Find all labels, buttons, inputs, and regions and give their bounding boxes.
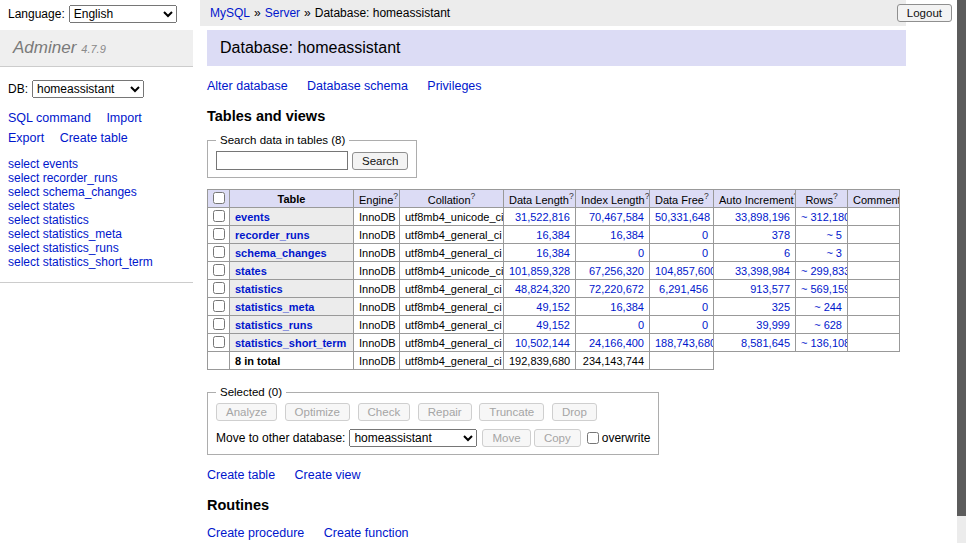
data-length-link[interactable]: 49,152 <box>536 319 570 331</box>
rows-link[interactable]: ~ 136,108 <box>801 337 848 349</box>
sidebar-table-link[interactable]: select events <box>8 158 185 171</box>
selected-action-button[interactable]: Drop <box>552 403 597 421</box>
copy-button[interactable]: Copy <box>534 429 581 447</box>
routine-link[interactable]: Create function <box>324 526 409 540</box>
sidebar-table-link[interactable]: select statistics_meta <box>8 228 185 241</box>
index-length-link[interactable]: 70,467,584 <box>589 211 644 223</box>
database-select[interactable]: homeassistant <box>32 80 144 98</box>
index-length-link[interactable]: 67,256,320 <box>589 265 644 277</box>
db-action-link[interactable]: Alter database <box>207 79 288 93</box>
table-name-link[interactable]: events <box>235 211 270 223</box>
selected-action-button[interactable]: Repair <box>418 403 472 421</box>
help-icon[interactable]: ? <box>704 191 709 201</box>
create-link[interactable]: Create table <box>207 468 275 482</box>
table-name-link[interactable]: states <box>235 265 267 277</box>
data-length-link[interactable]: 16,384 <box>536 247 570 259</box>
auto-increment-link[interactable]: 8,581,645 <box>741 337 790 349</box>
auto-increment-link[interactable]: 33,398,984 <box>735 265 790 277</box>
help-icon[interactable]: ? <box>471 191 476 201</box>
selected-action-button[interactable]: Analyze <box>216 403 277 421</box>
rows-link[interactable]: ~ 312,180 <box>801 211 848 223</box>
language-select[interactable]: English <box>69 5 177 23</box>
data-length-link[interactable]: 31,522,816 <box>515 211 570 223</box>
logout-button[interactable]: Logout <box>897 4 952 22</box>
table-name-link[interactable]: schema_changes <box>235 247 327 259</box>
data-free-link[interactable]: 0 <box>702 301 708 313</box>
row-checkbox[interactable] <box>213 282 225 294</box>
table-name-link[interactable]: recorder_runs <box>235 229 310 241</box>
auto-increment-link[interactable]: 325 <box>772 301 790 313</box>
help-icon[interactable]: ? <box>833 191 838 201</box>
rows-link[interactable]: ~ 5 <box>826 229 842 241</box>
sidebar-table-link[interactable]: select recorder_runs <box>8 172 185 185</box>
help-icon[interactable]: ? <box>645 191 650 201</box>
row-checkbox[interactable] <box>213 246 225 258</box>
auto-increment-link[interactable]: 913,577 <box>750 283 790 295</box>
auto-increment-link[interactable]: 33,898,196 <box>735 211 790 223</box>
breadcrumb-mysql-link[interactable]: MySQL <box>210 6 250 20</box>
table-name-link[interactable]: statistics_runs <box>235 319 313 331</box>
breadcrumb-server-link[interactable]: Server <box>265 6 300 20</box>
data-length-link[interactable]: 10,502,144 <box>515 337 570 349</box>
row-checkbox[interactable] <box>213 300 225 312</box>
rows-link[interactable]: ~ 299,833 <box>801 265 848 277</box>
data-free-link[interactable]: 0 <box>702 319 708 331</box>
table-name-link[interactable]: statistics_meta <box>235 301 315 313</box>
sidebar-action-link[interactable]: Export <box>8 131 44 145</box>
move-button[interactable]: Move <box>482 429 530 447</box>
rows-link[interactable]: ~ 3 <box>826 247 842 259</box>
sidebar-action-link[interactable]: Create table <box>60 131 128 145</box>
scrollbar-thumb[interactable] <box>957 0 966 516</box>
select-all-checkbox[interactable] <box>213 192 225 204</box>
rows-link[interactable]: ~ 569,159 <box>801 283 848 295</box>
data-free-link[interactable]: 0 <box>702 229 708 241</box>
db-action-link[interactable]: Database schema <box>307 79 408 93</box>
sidebar-table-link[interactable]: select schema_changes <box>8 186 185 199</box>
data-length-link[interactable]: 48,824,320 <box>515 283 570 295</box>
sidebar-table-link[interactable]: select statistics <box>8 214 185 227</box>
auto-increment-link[interactable]: 378 <box>772 229 790 241</box>
sidebar-table-link[interactable]: select statistics_short_term <box>8 256 185 269</box>
table-name-link[interactable]: statistics <box>235 283 283 295</box>
search-button[interactable]: Search <box>352 152 408 170</box>
data-length-link[interactable]: 16,384 <box>536 229 570 241</box>
index-length-link[interactable]: 72,220,672 <box>589 283 644 295</box>
rows-link[interactable]: ~ 244 <box>814 301 842 313</box>
index-length-link[interactable]: 16,384 <box>610 301 644 313</box>
scrollbar[interactable] <box>957 0 966 543</box>
row-checkbox[interactable] <box>213 264 225 276</box>
selected-action-button[interactable]: Optimize <box>285 403 350 421</box>
data-free-link[interactable]: 188,743,680 <box>655 337 714 349</box>
sidebar-action-link[interactable]: Import <box>106 111 141 125</box>
row-checkbox[interactable] <box>213 210 225 222</box>
index-length-link[interactable]: 0 <box>638 319 644 331</box>
index-length-link[interactable]: 16,384 <box>610 229 644 241</box>
sidebar-action-link[interactable]: SQL command <box>8 111 91 125</box>
selected-action-button[interactable]: Truncate <box>479 403 544 421</box>
row-checkbox[interactable] <box>213 318 225 330</box>
data-free-link[interactable]: 104,857,600 <box>655 265 714 277</box>
help-icon[interactable]: ? <box>569 191 574 201</box>
table-name-link[interactable]: statistics_short_term <box>235 337 346 349</box>
routine-link[interactable]: Create procedure <box>207 526 304 540</box>
data-free-link[interactable]: 50,331,648 <box>655 211 710 223</box>
data-length-link[interactable]: 49,152 <box>536 301 570 313</box>
help-icon[interactable]: ? <box>393 191 398 201</box>
create-link[interactable]: Create view <box>295 468 361 482</box>
index-length-link[interactable]: 24,166,400 <box>589 337 644 349</box>
db-action-link[interactable]: Privileges <box>427 79 481 93</box>
auto-increment-link[interactable]: 6 <box>784 247 790 259</box>
index-length-link[interactable]: 0 <box>638 247 644 259</box>
sidebar-table-link[interactable]: select states <box>8 200 185 213</box>
row-checkbox[interactable] <box>213 228 225 240</box>
row-checkbox[interactable] <box>213 336 225 348</box>
auto-increment-link[interactable]: 39,999 <box>756 319 790 331</box>
rows-link[interactable]: ~ 628 <box>814 319 842 331</box>
overwrite-checkbox[interactable] <box>587 432 599 444</box>
data-free-link[interactable]: 0 <box>702 247 708 259</box>
search-input[interactable] <box>216 151 348 170</box>
move-database-select[interactable]: homeassistant <box>349 429 477 447</box>
data-length-link[interactable]: 101,859,328 <box>509 265 570 277</box>
data-free-link[interactable]: 6,291,456 <box>659 283 708 295</box>
selected-action-button[interactable]: Check <box>358 403 411 421</box>
